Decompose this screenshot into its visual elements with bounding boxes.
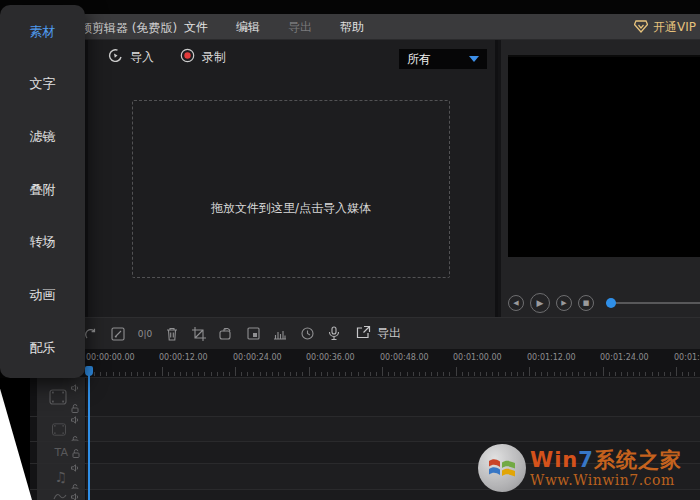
video-track-header[interactable] <box>37 417 86 441</box>
asset-category-sidebar: 素材 文字 滤镜 叠附 转场 动画 配乐 <box>0 5 85 378</box>
split-icon[interactable]: 0|0 <box>137 326 153 342</box>
menu-help[interactable]: 帮助 <box>326 14 378 40</box>
title-bar: 频剪辑器 (免费版) 文件 编辑 导出 帮助 开通VIP <box>30 14 700 40</box>
equalizer-icon[interactable] <box>272 326 288 342</box>
sidebar-item-text[interactable]: 文字 <box>0 69 85 99</box>
record-button[interactable]: 录制 <box>180 48 226 66</box>
app-title: 频剪辑器 (免费版) <box>80 20 177 37</box>
playhead-line[interactable] <box>88 366 90 500</box>
page-corner <box>0 385 32 500</box>
previous-frame-button[interactable]: ◀ <box>508 295 524 311</box>
vip-diamond-icon <box>634 18 648 37</box>
timeline-ruler[interactable]: 00:00:00.00 00:00:12.00 00:00:24.00 00:0… <box>30 349 700 377</box>
import-label: 导入 <box>130 49 154 66</box>
dropdown-selected-value: 所有 <box>407 51 431 68</box>
sidebar-item-music[interactable]: 配乐 <box>0 333 85 363</box>
ruler-ticks <box>30 365 700 377</box>
ruler-label: 00:00:24.00 <box>233 353 282 362</box>
vip-upgrade-button[interactable]: 开通VIP <box>634 14 696 40</box>
ruler-label: 00:01:36.00 <box>674 353 700 362</box>
sidebar-item-label: 素材 <box>30 23 56 41</box>
microphone-icon[interactable] <box>326 326 342 342</box>
record-icon <box>180 48 195 66</box>
export-button[interactable]: 导出 <box>356 325 401 342</box>
film-strip-icon <box>49 389 67 405</box>
screenshot-stage: 频剪辑器 (免费版) 文件 编辑 导出 帮助 开通VIP <box>0 0 700 500</box>
mute-track-icon[interactable] <box>71 409 80 428</box>
ruler-label: 00:01:12.00 <box>527 353 576 362</box>
preview-panel: ◀ ▶ ▶ ■ 宽高比:16:9 <box>501 40 700 317</box>
watermark-url: Www.Winwin7.com <box>530 472 682 488</box>
crop-icon[interactable] <box>191 326 207 342</box>
sidebar-item-media[interactable]: 素材 <box>0 17 85 47</box>
music-note-icon: ♫ <box>54 469 67 485</box>
voice-track-header[interactable] <box>37 490 86 500</box>
import-button[interactable]: 导入 <box>108 48 154 66</box>
preview-progress-slider[interactable] <box>606 302 700 304</box>
slider-thumb[interactable] <box>606 298 616 308</box>
chevron-down-icon <box>469 56 479 62</box>
sidebar-item-animations[interactable]: 动画 <box>0 280 85 310</box>
duration-clock-icon[interactable] <box>299 326 315 342</box>
app-window: 频剪辑器 (免费版) 文件 编辑 导出 帮助 开通VIP <box>30 14 700 500</box>
video-track-lane[interactable] <box>86 417 700 441</box>
stop-button[interactable]: ■ <box>578 295 594 311</box>
vip-label: 开通VIP <box>653 19 696 36</box>
film-strip-icon <box>51 423 67 436</box>
sidebar-item-label: 叠附 <box>30 181 56 199</box>
mute-track-icon[interactable] <box>71 457 80 476</box>
media-dropzone[interactable]: 拖放文件到这里/点击导入媒体 <box>132 100 450 278</box>
redo-icon[interactable] <box>83 326 99 342</box>
mosaic-icon[interactable] <box>245 326 261 342</box>
sidebar-item-label: 配乐 <box>30 339 56 357</box>
dropzone-hint-text: 拖放文件到这里/点击导入媒体 <box>133 200 449 217</box>
windows-logo-icon <box>478 444 526 492</box>
media-filter-dropdown[interactable]: 所有 <box>399 49 487 69</box>
edit-toolbar: 0|0 <box>30 317 700 349</box>
voice-wave-icon <box>53 491 67 500</box>
sidebar-item-label: 文字 <box>30 75 56 93</box>
watermark-text: Win7系统之家 Www.Winwin7.com <box>530 449 682 488</box>
edit-icon[interactable] <box>110 326 126 342</box>
import-icon <box>108 48 123 66</box>
sidebar-item-filters[interactable]: 滤镜 <box>0 122 85 152</box>
play-button[interactable]: ▶ <box>530 293 550 313</box>
ruler-label: 00:01:00.00 <box>453 353 502 362</box>
menu-edit[interactable]: 编辑 <box>222 14 274 40</box>
ruler-label: 00:00:12.00 <box>159 353 208 362</box>
media-library-panel: 导入 录制 所有 拖放文件到这里/点击导入媒体 <box>88 40 498 317</box>
sidebar-item-transitions[interactable]: 转场 <box>0 227 85 257</box>
export-icon <box>356 325 371 342</box>
menu-file[interactable]: 文件 <box>170 14 222 40</box>
mute-track-icon[interactable] <box>71 377 80 396</box>
menu-bar: 文件 编辑 导出 帮助 <box>170 14 378 40</box>
sidebar-item-overlays[interactable]: 叠附 <box>0 175 85 205</box>
split-glyph: 0|0 <box>138 329 152 339</box>
watermark-title: Win7系统之家 <box>530 449 682 471</box>
export-label: 导出 <box>377 325 401 342</box>
ruler-label: 00:00:48.00 <box>380 353 429 362</box>
sidebar-item-label: 动画 <box>30 286 56 304</box>
sidebar-item-label: 转场 <box>30 233 56 251</box>
rotate-icon[interactable] <box>218 326 234 342</box>
track-row-video-1 <box>30 377 700 416</box>
text-track-icon: TA <box>55 446 68 459</box>
watermark: Win7系统之家 Www.Winwin7.com <box>478 444 682 492</box>
track-row-video-2 <box>30 416 700 441</box>
mute-track-icon[interactable] <box>71 486 80 500</box>
next-frame-button[interactable]: ▶ <box>556 295 572 311</box>
white-corner-wedge <box>0 385 32 500</box>
preview-video-area[interactable] <box>508 55 700 257</box>
menu-export[interactable]: 导出 <box>274 14 326 40</box>
delete-icon[interactable] <box>164 326 180 342</box>
ruler-label: 00:00:36.00 <box>306 353 355 362</box>
record-label: 录制 <box>202 49 226 66</box>
preview-controls: ◀ ▶ ▶ ■ <box>508 292 700 314</box>
sidebar-item-label: 滤镜 <box>30 128 56 146</box>
ruler-label: 00:00:00.00 <box>86 353 135 362</box>
video-track-lane[interactable] <box>86 378 700 416</box>
ruler-label: 00:01:24.00 <box>600 353 649 362</box>
